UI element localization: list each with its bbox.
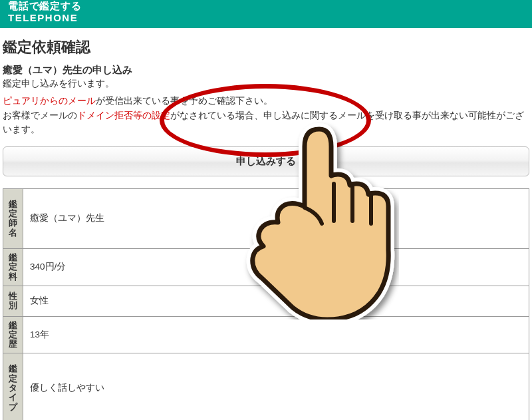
notice-line-1: ピュアリからのメールが受信出来ている事を予めご確認下さい。 [3,94,529,107]
notice-red-2: ドメイン拒否等の設定 [77,110,170,120]
description: 鑑定申し込みを行います。 [3,78,529,90]
row-value: 癒愛（ユマ）先生 [23,188,529,248]
row-value: 女性 [23,286,529,316]
table-row: 鑑定師名 癒愛（ユマ）先生 [3,188,529,248]
row-label: 性別 [3,286,23,316]
notice-head-2: お客様でメールの [3,110,77,120]
page-title: 鑑定依頼確認 [3,37,529,57]
details-table: 鑑定師名 癒愛（ユマ）先生 鑑定料 340円/分 性別 女性 鑑定歴 13年 鑑… [3,188,529,420]
row-label: 鑑定料 [3,249,23,286]
apply-button[interactable]: 申し込みする [3,146,529,176]
row-label: 鑑定タイプ [3,353,23,420]
notice-line-2: お客様でメールのドメイン拒否等の設定がなされている場合、申し込みに関するメールを… [3,108,529,136]
sub-title: 癒愛（ユマ）先生の申し込み [3,64,529,77]
row-value: 13年 [23,316,529,353]
notice-tail-1: が受信出来ている事を予めご確認下さい。 [96,95,273,106]
notice-red-1: ピュアリからのメール [3,95,96,106]
row-label: 鑑定歴 [3,316,23,353]
table-row: 性別 女性 [3,286,529,316]
table-row: 鑑定タイプ 優しく話しやすい [3,353,529,420]
table-row: 鑑定料 340円/分 [3,249,529,286]
table-row: 鑑定歴 13年 [3,316,529,353]
row-label: 鑑定師名 [3,188,23,248]
header-title-jp: 電話で鑑定する [8,0,524,12]
header-title-en: TELEPHONE [8,12,524,24]
row-value: 340円/分 [23,249,529,286]
section-header: 電話で鑑定する TELEPHONE [0,0,532,28]
row-value: 優しく話しやすい [23,353,529,420]
content: 鑑定依頼確認 癒愛（ユマ）先生の申し込み 鑑定申し込みを行います。 ピュアリから… [0,28,532,420]
